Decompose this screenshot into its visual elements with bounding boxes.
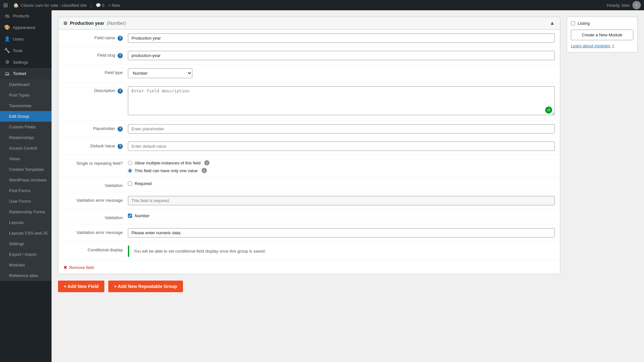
sidebar-item-layouts-css-js[interactable]: Layouts CSS and JS	[0, 228, 52, 238]
field-type-select[interactable]: Number Text Date Checkbox Select	[128, 68, 192, 78]
single-repeating-label-text: Single or repeating field?	[76, 161, 123, 166]
new-bar-item[interactable]: + New	[108, 3, 120, 8]
comment-icon: 💬	[96, 3, 101, 8]
validation-control-2: Number	[128, 213, 555, 218]
sidebar-label-settings: Settings	[13, 60, 28, 65]
create-module-button[interactable]: Create a New Module	[571, 30, 633, 40]
description-control: ↺	[128, 86, 555, 116]
layout: 🛍 Products 🎨 Appearance 👤 Users 🔧 Tools …	[0, 10, 644, 362]
default-value-row: Default Value ?	[58, 138, 560, 155]
sidebar-item-access-control[interactable]: Access Control	[0, 143, 52, 153]
submenu-label-custom-fields: Custom Fields	[9, 125, 36, 129]
comments-bar[interactable]: 💬 0	[96, 3, 104, 8]
sidebar-item-settings[interactable]: ⚙ Settings	[0, 56, 52, 68]
sidebar-item-edit-group[interactable]: Edit Group	[0, 111, 52, 122]
site-title-bar[interactable]: 🏠 Classic cars for sale - classified sit…	[13, 3, 87, 8]
conditional-notice-text: You will be able to set conditional fiel…	[134, 249, 266, 254]
radio-only-one-label: This field can have only one value	[135, 168, 198, 173]
checkbox-required-label: Required	[135, 181, 152, 186]
submenu-label-content-templates: Content Templates	[9, 167, 44, 172]
field-type-row: Field type Number Text Date Checkbox Sel…	[58, 64, 560, 82]
validation-error-label-2: Validation error message	[63, 228, 128, 235]
radio-group: Allow multiple-instances of this field i…	[128, 159, 555, 173]
sidebar-label-toolset: Toolset	[13, 71, 26, 76]
external-link-icon: ↗	[611, 44, 614, 48]
field-slug-input[interactable]	[128, 51, 555, 60]
field-name-label-text: Field name	[94, 35, 115, 40]
radio-only-one[interactable]	[128, 169, 132, 173]
add-new-repeatable-group-button[interactable]: + Add New Repeatable Group	[108, 281, 183, 292]
sidebar-item-modules[interactable]: Modules	[0, 260, 52, 270]
radio-item-multiple: Allow multiple-instances of this field i	[128, 160, 555, 165]
sidebar-item-dashboard[interactable]: Dashboard	[0, 79, 52, 90]
house-icon: 🏠	[13, 3, 19, 8]
validation-error-input-1[interactable]	[128, 196, 555, 205]
default-value-help-icon[interactable]: ?	[118, 144, 123, 149]
checkbox-number-input[interactable]	[128, 214, 132, 218]
submenu-label-taxonomies: Taxonomies	[9, 103, 31, 108]
field-slug-help-icon[interactable]: ?	[118, 53, 123, 58]
field-name-help-icon[interactable]: ?	[118, 36, 123, 41]
sidebar-item-post-forms[interactable]: Post Forms	[0, 185, 52, 196]
placeholder-label-text: Placeholder	[93, 126, 115, 131]
grid-icon: ⊞	[63, 21, 67, 26]
field-name-input[interactable]	[128, 33, 555, 43]
sidebar-item-layouts[interactable]: Layouts	[0, 217, 52, 228]
sidebar-item-post-types[interactable]: Post Types	[0, 90, 52, 100]
checkbox-number: Number	[128, 213, 555, 218]
sidebar-item-settings-sub[interactable]: Settings	[0, 238, 52, 249]
admin-bar-right: Howdy, Iobo I	[607, 1, 641, 9]
learn-modules-link[interactable]: Learn about modules ↗	[571, 43, 633, 48]
sidebar-item-reference-sites[interactable]: Reference sites	[0, 270, 52, 281]
remove-field-button[interactable]: ✖ Remove field	[63, 265, 94, 270]
placeholder-input[interactable]	[128, 124, 555, 134]
sidebar-item-content-templates[interactable]: Content Templates	[0, 164, 52, 175]
listing-checkbox[interactable]	[571, 21, 575, 25]
sidebar-item-custom-fields[interactable]: Custom Fields	[0, 122, 52, 132]
checkbox-required-input[interactable]	[128, 181, 132, 186]
submenu-label-layouts: Layouts	[9, 220, 24, 225]
comment-count: 0	[102, 3, 104, 8]
collapse-icon[interactable]: ▲	[550, 20, 555, 26]
placeholder-control	[128, 124, 555, 134]
sidebar-item-wordpress-archives[interactable]: WordPress Archives	[0, 175, 52, 185]
sidebar-submenu: Dashboard Post Types Taxonomies Edit Gro…	[0, 79, 52, 281]
field-slug-label: Field slug ?	[63, 51, 128, 58]
sidebar-item-appearance[interactable]: 🎨 Appearance	[0, 22, 52, 33]
validation-label-1: Validation	[63, 181, 128, 188]
allow-multiple-info-icon[interactable]: i	[204, 160, 209, 165]
listing-label: Listing	[578, 21, 590, 26]
sidebar-item-tools[interactable]: 🔧 Tools	[0, 45, 52, 56]
sidebar-item-relationships[interactable]: Relationships	[0, 132, 52, 143]
add-new-field-button[interactable]: + Add New Field	[58, 281, 104, 292]
submenu-label-export-import: Export / Import	[9, 252, 36, 257]
description-textarea[interactable]	[128, 86, 555, 115]
description-help-icon[interactable]: ?	[118, 88, 123, 94]
sidebar-item-taxonomies[interactable]: Taxonomies	[0, 100, 52, 111]
submenu-label-user-forms: User Forms	[9, 199, 31, 204]
sidebar-item-views[interactable]: Views	[0, 153, 52, 164]
submenu-label-post-types: Post Types	[9, 93, 30, 97]
conditional-display-row: Conditional display You will be able to …	[58, 242, 560, 261]
add-new-field-label: + Add New Field	[64, 284, 99, 289]
validation-error-input-2[interactable]	[128, 228, 555, 237]
placeholder-help-icon[interactable]: ?	[118, 126, 123, 132]
bottom-buttons: + Add New Field + Add New Repeatable Gro…	[58, 281, 560, 292]
sidebar-item-export-import[interactable]: Export / Import	[0, 249, 52, 260]
sidebar-item-users[interactable]: 👤 Users	[0, 33, 52, 45]
sidebar-label-tools: Tools	[13, 48, 23, 53]
sidebar-label-products: Products	[13, 14, 29, 18]
field-type-label-text: Field type	[105, 70, 123, 75]
field-title: Production year	[70, 21, 104, 26]
sidebar-item-user-forms[interactable]: User Forms	[0, 196, 52, 207]
main-content: ⊞ Production year (Number) ▲ Field name …	[52, 10, 644, 362]
only-one-info-icon[interactable]: i	[202, 168, 207, 173]
refresh-icon[interactable]: ↺	[545, 107, 552, 114]
radio-allow-multiple[interactable]	[128, 161, 132, 165]
sidebar-item-relationship-forms[interactable]: Relationship Forms	[0, 207, 52, 217]
field-slug-control	[128, 51, 555, 60]
sidebar-item-products[interactable]: 🛍 Products	[0, 10, 52, 22]
default-value-input[interactable]	[128, 142, 555, 151]
sidebar-item-toolset[interactable]: 🗂 Toolset	[0, 68, 52, 79]
default-value-control	[128, 142, 555, 151]
